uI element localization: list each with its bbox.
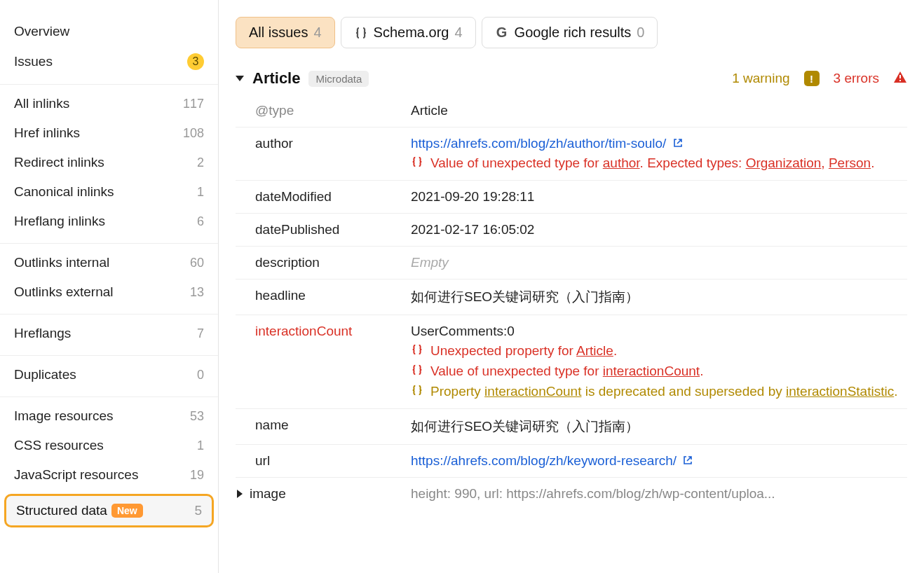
braces-error-icon [411, 156, 423, 172]
warning-message: Property interactionCount is deprecated … [430, 384, 897, 399]
property-name: url [236, 453, 411, 469]
sidebar-item-count: 108 [183, 126, 204, 141]
sidebar-item-label: Outlinks external [14, 284, 114, 300]
sidebar-item-label: Structured data [16, 503, 107, 518]
sidebar-item-css-resources[interactable]: CSS resources 1 [0, 431, 218, 460]
collapse-caret-icon[interactable] [236, 76, 244, 81]
table-row: image height: 990, url: https://ahrefs.c… [236, 478, 907, 510]
sidebar-item-label: Hreflang inlinks [14, 214, 105, 229]
tab-count: 4 [454, 25, 462, 41]
section-header: Article Microdata 1 warning ! 3 errors [236, 64, 924, 95]
svg-rect-1 [899, 80, 901, 81]
main-panel: All issues 4 Schema.org 4 G Google rich … [219, 0, 924, 573]
error-icon [893, 71, 907, 87]
table-row: @type Article [236, 95, 907, 127]
sidebar-item-overview[interactable]: Overview [0, 17, 218, 46]
sidebar-item-count: 60 [190, 256, 204, 270]
property-name: interactionCount [236, 324, 411, 400]
table-row: author https://ahrefs.com/blog/zh/author… [236, 127, 907, 181]
tab-google-rich-results[interactable]: G Google rich results 0 [482, 17, 658, 48]
sidebar-item-image-resources[interactable]: Image resources 53 [0, 401, 218, 431]
braces-error-icon [411, 364, 423, 380]
table-row: url https://ahrefs.com/blog/zh/keyword-r… [236, 445, 907, 478]
sidebar-item-count: 1 [197, 439, 204, 453]
sidebar-group: Image resources 53 CSS resources 1 JavaS… [0, 397, 218, 534]
sidebar-group: Outlinks internal 60 Outlinks external 1… [0, 244, 218, 315]
error-link[interactable]: Person [829, 156, 871, 170]
sidebar-item-count: 7 [197, 326, 204, 341]
sidebar-item-href-inlinks[interactable]: Href inlinks 108 [0, 118, 218, 148]
tab-label: Schema.org [374, 25, 449, 41]
sidebar-item-label: JavaScript resources [14, 467, 138, 483]
property-name: headline [236, 288, 411, 306]
warning-icon: ! [804, 71, 820, 86]
error-link[interactable]: Article [576, 343, 613, 358]
tab-schema-org[interactable]: Schema.org 4 [341, 17, 476, 48]
sidebar-item-count: 2 [197, 156, 204, 170]
sidebar-item-canonical-inlinks[interactable]: Canonical inlinks 1 [0, 177, 218, 207]
property-value: UserComments:0 Unexpected property for A… [411, 324, 907, 400]
sidebar-item-outlinks-internal[interactable]: Outlinks internal 60 [0, 248, 218, 277]
tab-label: All issues [249, 25, 308, 41]
sidebar-item-structured-data[interactable]: Structured data New 5 [6, 496, 212, 525]
property-value: 如何进行SEO关键词研究（入门指南） [411, 288, 907, 306]
table-row: name 如何进行SEO关键词研究（入门指南） [236, 409, 907, 445]
property-value: Article [411, 103, 907, 118]
sidebar-item-label: Hreflangs [14, 326, 71, 341]
error-message: Value of unexpected type for interaction… [430, 364, 703, 379]
sidebar-item-count: 53 [190, 409, 204, 424]
property-name: image [236, 486, 411, 502]
sidebar-item-duplicates[interactable]: Duplicates 0 [0, 360, 218, 389]
property-name: description [236, 255, 411, 270]
error-link[interactable]: author [603, 156, 640, 170]
sidebar-item-label: Href inlinks [14, 125, 80, 141]
properties-table: @type Article author https://ahrefs.com/… [236, 95, 924, 510]
sidebar-item-count: 1 [197, 185, 204, 200]
sidebar-item-label: CSS resources [14, 438, 104, 453]
tab-count: 4 [313, 25, 321, 41]
table-row: dateModified 2021-09-20 19:28:11 [236, 181, 907, 214]
sidebar-item-all-inlinks[interactable]: All inlinks 117 [0, 89, 218, 118]
sidebar-item-count: 6 [197, 214, 204, 229]
sidebar: Overview Issues 3 All inlinks 117 Href i… [0, 0, 219, 573]
sidebar-item-hreflang-inlinks[interactable]: Hreflang inlinks 6 [0, 207, 218, 236]
sidebar-group: Overview Issues 3 [0, 13, 218, 85]
braces-warning-icon [411, 384, 423, 400]
sidebar-item-count: 117 [183, 97, 204, 111]
sidebar-group: Hreflangs 7 [0, 315, 218, 356]
sidebar-item-redirect-inlinks[interactable]: Redirect inlinks 2 [0, 148, 218, 177]
section-title: Article [252, 69, 300, 88]
table-row: description Empty [236, 247, 907, 279]
property-name: author [236, 136, 411, 172]
sidebar-item-issues[interactable]: Issues 3 [0, 46, 218, 77]
sidebar-item-label: Redirect inlinks [14, 155, 104, 170]
property-value: 如何进行SEO关键词研究（入门指南） [411, 417, 907, 436]
new-chip: New [111, 504, 143, 518]
sidebar-group: Duplicates 0 [0, 356, 218, 397]
expand-caret-icon[interactable] [237, 490, 243, 498]
warning-link[interactable]: interactionStatistic [786, 384, 894, 399]
error-count: 3 errors [834, 71, 879, 86]
tab-all-issues[interactable]: All issues 4 [236, 17, 335, 48]
property-value: https://ahrefs.com/blog/zh/author/tim-so… [411, 136, 907, 172]
sidebar-item-hreflangs[interactable]: Hreflangs 7 [0, 319, 218, 348]
sidebar-item-label: Canonical inlinks [14, 184, 114, 200]
author-link[interactable]: https://ahrefs.com/blog/zh/author/tim-so… [411, 136, 666, 151]
url-link[interactable]: https://ahrefs.com/blog/zh/keyword-resea… [411, 453, 677, 468]
error-link[interactable]: Organization [746, 156, 822, 170]
property-value: 2021-09-20 19:28:11 [411, 189, 907, 205]
property-name: dateModified [236, 189, 411, 205]
property-value: height: 990, url: https://ahrefs.com/blo… [411, 486, 907, 502]
sidebar-item-count: 19 [190, 468, 204, 483]
warning-count: 1 warning [732, 71, 789, 86]
braces-icon [354, 26, 368, 40]
sidebar-item-outlinks-external[interactable]: Outlinks external 13 [0, 277, 218, 307]
sidebar-item-label: Duplicates [14, 367, 76, 382]
google-icon: G [495, 26, 509, 40]
microdata-chip: Microdata [308, 71, 369, 87]
empty-value: Empty [411, 255, 449, 270]
sidebar-item-js-resources[interactable]: JavaScript resources 19 [0, 460, 218, 490]
error-link[interactable]: interactionCount [603, 364, 700, 378]
issues-badge: 3 [187, 53, 204, 70]
warning-link[interactable]: interactionCount [484, 384, 581, 399]
